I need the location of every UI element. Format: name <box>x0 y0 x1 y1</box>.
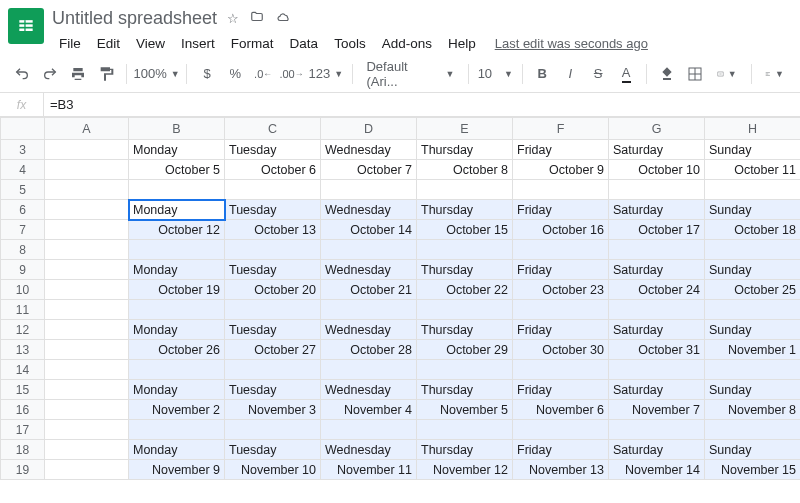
cell[interactable] <box>45 380 129 400</box>
cell[interactable]: October 5 <box>129 160 225 180</box>
cell[interactable]: October 24 <box>609 280 705 300</box>
more-formats-button[interactable]: 123▼ <box>308 61 344 87</box>
cell[interactable] <box>417 240 513 260</box>
bold-button[interactable]: B <box>530 61 554 87</box>
cell[interactable]: October 21 <box>321 280 417 300</box>
cell[interactable] <box>513 180 609 200</box>
cell[interactable]: Thursday <box>417 320 513 340</box>
zoom-select[interactable]: 100%▼ <box>135 61 179 87</box>
cell[interactable]: Wednesday <box>321 440 417 460</box>
cell[interactable] <box>321 300 417 320</box>
cell[interactable] <box>45 300 129 320</box>
cell[interactable] <box>45 440 129 460</box>
cell[interactable] <box>609 180 705 200</box>
cell[interactable]: November 12 <box>417 460 513 480</box>
cell[interactable]: October 13 <box>225 220 321 240</box>
cell[interactable]: Tuesday <box>225 440 321 460</box>
row-header[interactable]: 16 <box>1 400 45 420</box>
cell[interactable]: Friday <box>513 320 609 340</box>
cell[interactable]: November 1 <box>705 340 801 360</box>
cell[interactable] <box>225 300 321 320</box>
cell[interactable] <box>225 360 321 380</box>
cell[interactable]: October 22 <box>417 280 513 300</box>
cell[interactable] <box>45 400 129 420</box>
cell[interactable]: October 9 <box>513 160 609 180</box>
cell[interactable]: November 8 <box>705 400 801 420</box>
row-header[interactable]: 8 <box>1 240 45 260</box>
row-header[interactable]: 4 <box>1 160 45 180</box>
cell[interactable]: Saturday <box>609 380 705 400</box>
menu-format[interactable]: Format <box>224 32 281 55</box>
strikethrough-button[interactable]: S <box>586 61 610 87</box>
doc-title[interactable]: Untitled spreadsheet <box>52 8 217 29</box>
cell[interactable]: October 6 <box>225 160 321 180</box>
cell[interactable]: November 11 <box>321 460 417 480</box>
cell[interactable] <box>129 240 225 260</box>
print-button[interactable] <box>66 61 90 87</box>
cell[interactable] <box>129 300 225 320</box>
formula-input[interactable]: =B3 <box>44 97 74 112</box>
col-header-b[interactable]: B <box>129 118 225 140</box>
cell[interactable]: Tuesday <box>225 320 321 340</box>
cell[interactable]: October 30 <box>513 340 609 360</box>
cell[interactable]: October 10 <box>609 160 705 180</box>
cell[interactable]: October 16 <box>513 220 609 240</box>
cell[interactable]: November 7 <box>609 400 705 420</box>
cell[interactable] <box>321 180 417 200</box>
row-header[interactable]: 12 <box>1 320 45 340</box>
cell[interactable] <box>45 360 129 380</box>
row-header[interactable]: 11 <box>1 300 45 320</box>
cell[interactable] <box>513 420 609 440</box>
cell[interactable]: Wednesday <box>321 140 417 160</box>
row-header[interactable]: 17 <box>1 420 45 440</box>
star-icon[interactable]: ☆ <box>227 11 239 26</box>
cell[interactable] <box>45 260 129 280</box>
cloud-status-icon[interactable] <box>275 10 293 27</box>
cell[interactable]: November 13 <box>513 460 609 480</box>
cell[interactable] <box>417 420 513 440</box>
sheets-logo[interactable] <box>8 8 44 44</box>
redo-button[interactable] <box>38 61 62 87</box>
cell[interactable] <box>225 420 321 440</box>
format-currency-button[interactable]: $ <box>195 61 219 87</box>
cell[interactable]: November 10 <box>225 460 321 480</box>
font-size-select[interactable]: 10▼ <box>477 61 513 87</box>
cell[interactable]: October 18 <box>705 220 801 240</box>
cell[interactable]: Sunday <box>705 380 801 400</box>
cell[interactable] <box>321 420 417 440</box>
cell[interactable]: Sunday <box>705 440 801 460</box>
paint-format-button[interactable] <box>94 61 118 87</box>
cell[interactable] <box>609 240 705 260</box>
cell[interactable]: Thursday <box>417 260 513 280</box>
cell[interactable]: October 20 <box>225 280 321 300</box>
cell[interactable]: October 7 <box>321 160 417 180</box>
undo-button[interactable] <box>10 61 34 87</box>
cell[interactable]: October 11 <box>705 160 801 180</box>
cell[interactable] <box>45 320 129 340</box>
menu-data[interactable]: Data <box>283 32 326 55</box>
row-header[interactable]: 15 <box>1 380 45 400</box>
cell[interactable] <box>513 240 609 260</box>
cell[interactable]: Monday <box>129 260 225 280</box>
cell[interactable] <box>225 180 321 200</box>
cell[interactable]: November 14 <box>609 460 705 480</box>
cell[interactable] <box>225 240 321 260</box>
menu-edit[interactable]: Edit <box>90 32 127 55</box>
cell[interactable] <box>45 460 129 480</box>
italic-button[interactable]: I <box>558 61 582 87</box>
last-edit-link[interactable]: Last edit was seconds ago <box>495 36 648 51</box>
cell[interactable] <box>609 420 705 440</box>
cell[interactable] <box>417 300 513 320</box>
cell[interactable]: October 17 <box>609 220 705 240</box>
row-header[interactable]: 5 <box>1 180 45 200</box>
cell[interactable]: Wednesday <box>321 200 417 220</box>
cell[interactable]: October 25 <box>705 280 801 300</box>
cell[interactable]: Sunday <box>705 140 801 160</box>
cell[interactable] <box>417 360 513 380</box>
cell[interactable]: Saturday <box>609 320 705 340</box>
move-icon[interactable] <box>249 10 265 27</box>
cell[interactable]: Wednesday <box>321 260 417 280</box>
row-header[interactable]: 13 <box>1 340 45 360</box>
row-header[interactable]: 10 <box>1 280 45 300</box>
decrease-decimal-button[interactable]: .0← <box>251 61 275 87</box>
